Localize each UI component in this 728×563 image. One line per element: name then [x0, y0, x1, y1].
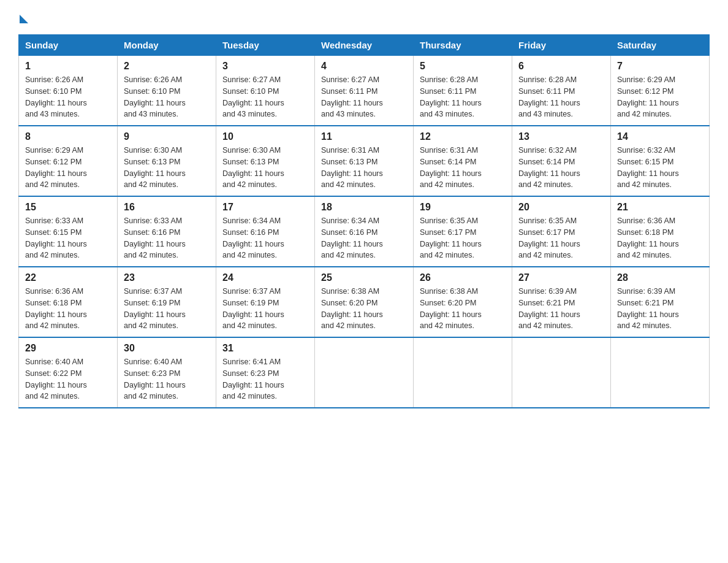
calendar-cell: 21 Sunrise: 6:36 AM Sunset: 6:18 PM Dayl…	[611, 196, 710, 267]
calendar-week-row: 22 Sunrise: 6:36 AM Sunset: 6:18 PM Dayl…	[19, 267, 710, 337]
calendar-cell: 7 Sunrise: 6:29 AM Sunset: 6:12 PM Dayli…	[611, 56, 710, 126]
day-number: 10	[222, 131, 308, 142]
calendar-cell: 9 Sunrise: 6:30 AM Sunset: 6:13 PM Dayli…	[118, 126, 216, 196]
weekday-header-saturday: Saturday	[611, 35, 710, 56]
day-number: 14	[617, 131, 703, 142]
calendar-cell: 10 Sunrise: 6:30 AM Sunset: 6:13 PM Dayl…	[216, 126, 315, 196]
calendar-cell	[512, 337, 611, 408]
day-info: Sunrise: 6:29 AM Sunset: 6:12 PM Dayligh…	[617, 74, 703, 120]
calendar-cell: 27 Sunrise: 6:39 AM Sunset: 6:21 PM Dayl…	[512, 267, 611, 337]
day-number: 19	[420, 202, 506, 213]
weekday-header-friday: Friday	[512, 35, 611, 56]
day-info: Sunrise: 6:40 AM Sunset: 6:22 PM Dayligh…	[25, 356, 111, 402]
day-number: 3	[222, 61, 308, 72]
calendar-table: SundayMondayTuesdayWednesdayThursdayFrid…	[18, 34, 710, 408]
day-number: 6	[518, 61, 604, 72]
calendar-week-row: 15 Sunrise: 6:33 AM Sunset: 6:15 PM Dayl…	[19, 196, 710, 267]
day-number: 4	[321, 61, 407, 72]
day-info: Sunrise: 6:29 AM Sunset: 6:12 PM Dayligh…	[25, 145, 111, 191]
calendar-cell: 24 Sunrise: 6:37 AM Sunset: 6:19 PM Dayl…	[216, 267, 315, 337]
day-info: Sunrise: 6:39 AM Sunset: 6:21 PM Dayligh…	[617, 286, 703, 332]
day-number: 27	[518, 272, 604, 283]
calendar-cell: 18 Sunrise: 6:34 AM Sunset: 6:16 PM Dayl…	[315, 196, 414, 267]
day-number: 22	[25, 272, 111, 283]
day-info: Sunrise: 6:36 AM Sunset: 6:18 PM Dayligh…	[617, 215, 703, 261]
day-info: Sunrise: 6:32 AM Sunset: 6:15 PM Dayligh…	[617, 145, 703, 191]
day-info: Sunrise: 6:26 AM Sunset: 6:10 PM Dayligh…	[124, 74, 210, 120]
day-number: 11	[321, 131, 407, 142]
day-info: Sunrise: 6:38 AM Sunset: 6:20 PM Dayligh…	[321, 286, 407, 332]
day-number: 15	[25, 202, 111, 213]
weekday-header-sunday: Sunday	[19, 35, 118, 56]
day-number: 17	[222, 202, 308, 213]
day-info: Sunrise: 6:30 AM Sunset: 6:13 PM Dayligh…	[222, 145, 308, 191]
day-info: Sunrise: 6:35 AM Sunset: 6:17 PM Dayligh…	[420, 215, 506, 261]
calendar-cell	[315, 337, 414, 408]
calendar-cell: 17 Sunrise: 6:34 AM Sunset: 6:16 PM Dayl…	[216, 196, 315, 267]
day-number: 29	[25, 343, 111, 354]
day-number: 23	[124, 272, 210, 283]
day-info: Sunrise: 6:33 AM Sunset: 6:16 PM Dayligh…	[124, 215, 210, 261]
day-info: Sunrise: 6:26 AM Sunset: 6:10 PM Dayligh…	[25, 74, 111, 120]
calendar-cell: 11 Sunrise: 6:31 AM Sunset: 6:13 PM Dayl…	[315, 126, 414, 196]
calendar-cell	[611, 337, 710, 408]
calendar-cell: 5 Sunrise: 6:28 AM Sunset: 6:11 PM Dayli…	[414, 56, 512, 126]
day-info: Sunrise: 6:33 AM Sunset: 6:15 PM Dayligh…	[25, 215, 111, 261]
day-number: 12	[420, 131, 506, 142]
day-info: Sunrise: 6:35 AM Sunset: 6:17 PM Dayligh…	[518, 215, 604, 261]
day-number: 8	[25, 131, 111, 142]
day-number: 25	[321, 272, 407, 283]
day-info: Sunrise: 6:27 AM Sunset: 6:10 PM Dayligh…	[222, 74, 308, 120]
calendar-cell: 23 Sunrise: 6:37 AM Sunset: 6:19 PM Dayl…	[118, 267, 216, 337]
calendar-cell: 30 Sunrise: 6:40 AM Sunset: 6:23 PM Dayl…	[118, 337, 216, 408]
calendar-cell: 6 Sunrise: 6:28 AM Sunset: 6:11 PM Dayli…	[512, 56, 611, 126]
weekday-header-tuesday: Tuesday	[216, 35, 315, 56]
calendar-week-row: 1 Sunrise: 6:26 AM Sunset: 6:10 PM Dayli…	[19, 56, 710, 126]
day-number: 5	[420, 61, 506, 72]
day-info: Sunrise: 6:31 AM Sunset: 6:14 PM Dayligh…	[420, 145, 506, 191]
day-info: Sunrise: 6:38 AM Sunset: 6:20 PM Dayligh…	[420, 286, 506, 332]
calendar-cell: 4 Sunrise: 6:27 AM Sunset: 6:11 PM Dayli…	[315, 56, 414, 126]
weekday-header-wednesday: Wednesday	[315, 35, 414, 56]
calendar-cell	[414, 337, 512, 408]
day-info: Sunrise: 6:28 AM Sunset: 6:11 PM Dayligh…	[420, 74, 506, 120]
day-info: Sunrise: 6:41 AM Sunset: 6:23 PM Dayligh…	[222, 356, 308, 402]
day-number: 20	[518, 202, 604, 213]
day-number: 7	[617, 61, 703, 72]
calendar-cell: 16 Sunrise: 6:33 AM Sunset: 6:16 PM Dayl…	[118, 196, 216, 267]
day-number: 24	[222, 272, 308, 283]
day-info: Sunrise: 6:36 AM Sunset: 6:18 PM Dayligh…	[25, 286, 111, 332]
calendar-cell: 15 Sunrise: 6:33 AM Sunset: 6:15 PM Dayl…	[19, 196, 118, 267]
calendar-cell: 31 Sunrise: 6:41 AM Sunset: 6:23 PM Dayl…	[216, 337, 315, 408]
day-number: 2	[124, 61, 210, 72]
day-info: Sunrise: 6:37 AM Sunset: 6:19 PM Dayligh…	[124, 286, 210, 332]
calendar-cell: 12 Sunrise: 6:31 AM Sunset: 6:14 PM Dayl…	[414, 126, 512, 196]
day-number: 26	[420, 272, 506, 283]
day-number: 1	[25, 61, 111, 72]
calendar-cell: 8 Sunrise: 6:29 AM Sunset: 6:12 PM Dayli…	[19, 126, 118, 196]
day-number: 9	[124, 131, 210, 142]
day-number: 18	[321, 202, 407, 213]
weekday-header-monday: Monday	[118, 35, 216, 56]
calendar-cell: 26 Sunrise: 6:38 AM Sunset: 6:20 PM Dayl…	[414, 267, 512, 337]
day-info: Sunrise: 6:28 AM Sunset: 6:11 PM Dayligh…	[518, 74, 604, 120]
day-info: Sunrise: 6:39 AM Sunset: 6:21 PM Dayligh…	[518, 286, 604, 332]
day-number: 13	[518, 131, 604, 142]
day-number: 16	[124, 202, 210, 213]
calendar-cell: 3 Sunrise: 6:27 AM Sunset: 6:10 PM Dayli…	[216, 56, 315, 126]
day-number: 31	[222, 343, 308, 354]
day-number: 28	[617, 272, 703, 283]
calendar-cell: 19 Sunrise: 6:35 AM Sunset: 6:17 PM Dayl…	[414, 196, 512, 267]
calendar-cell: 25 Sunrise: 6:38 AM Sunset: 6:20 PM Dayl…	[315, 267, 414, 337]
day-info: Sunrise: 6:32 AM Sunset: 6:14 PM Dayligh…	[518, 145, 604, 191]
logo	[18, 12, 28, 23]
logo-arrow-icon	[20, 15, 28, 23]
day-number: 21	[617, 202, 703, 213]
weekday-header-thursday: Thursday	[414, 35, 512, 56]
day-info: Sunrise: 6:27 AM Sunset: 6:11 PM Dayligh…	[321, 74, 407, 120]
day-info: Sunrise: 6:34 AM Sunset: 6:16 PM Dayligh…	[321, 215, 407, 261]
calendar-cell: 13 Sunrise: 6:32 AM Sunset: 6:14 PM Dayl…	[512, 126, 611, 196]
calendar-cell: 2 Sunrise: 6:26 AM Sunset: 6:10 PM Dayli…	[118, 56, 216, 126]
calendar-cell: 1 Sunrise: 6:26 AM Sunset: 6:10 PM Dayli…	[19, 56, 118, 126]
day-info: Sunrise: 6:30 AM Sunset: 6:13 PM Dayligh…	[124, 145, 210, 191]
